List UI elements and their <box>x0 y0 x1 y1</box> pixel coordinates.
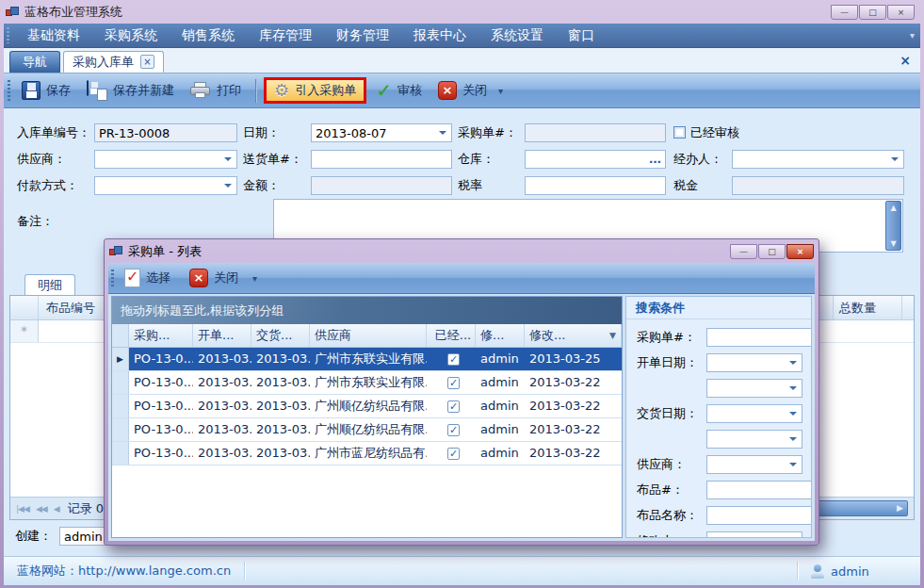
date-combobox[interactable] <box>311 123 452 142</box>
col-po-no[interactable]: 采购... <box>129 324 193 347</box>
remark-scrollbar[interactable]: ▲ ▼ <box>885 201 901 251</box>
nav-prev-icon[interactable]: ◀ <box>54 504 59 514</box>
dialog-close-label: 关闭 <box>214 270 238 286</box>
menu-settings[interactable]: 系统设置 <box>478 24 556 47</box>
row-checkbox[interactable]: ✓ <box>447 448 460 460</box>
toolbar-overflow-icon[interactable]: ▾ <box>498 86 503 96</box>
row-checkbox[interactable]: ✓ <box>447 424 460 436</box>
dialog-close-button[interactable]: × <box>786 244 814 259</box>
print-label: 打印 <box>217 82 241 99</box>
search-deliver-date-to[interactable] <box>706 430 802 449</box>
search-po-field[interactable] <box>706 328 812 347</box>
audit-button[interactable]: ✓ 审核 <box>369 79 429 102</box>
close-form-button[interactable]: × 关闭 <box>431 78 494 103</box>
row-checkbox[interactable]: ✓ <box>447 400 460 413</box>
save-button[interactable]: 保存 <box>15 78 77 103</box>
col-modified-date[interactable]: 修改... ▼ <box>525 324 622 347</box>
close-button[interactable]: × <box>887 5 915 20</box>
handler-field[interactable] <box>732 150 904 169</box>
close-x-icon: × <box>438 81 457 100</box>
dialog-toolbar-overflow-icon[interactable]: ▾ <box>252 273 257 284</box>
delivery-no-label: 送货单#： <box>243 151 302 168</box>
payment-combobox[interactable] <box>94 176 237 195</box>
date-field[interactable] <box>311 123 452 142</box>
toolbar-separator <box>255 79 256 103</box>
col-audited[interactable]: 已经... <box>427 324 476 347</box>
search-deliver-date-from[interactable] <box>706 404 802 423</box>
nav-first-icon[interactable]: |◀◀ <box>16 504 29 514</box>
tab-navigation[interactable]: 导航 <box>9 51 60 73</box>
dialog-minimize-button[interactable]: — <box>730 244 757 259</box>
browse-ellipsis-icon[interactable]: … <box>649 152 662 166</box>
row-checkbox[interactable]: ✓ <box>447 377 460 389</box>
column-total-qty[interactable]: 总数量 <box>833 296 902 319</box>
tax-amount-label: 税金 <box>673 177 698 194</box>
handler-combobox[interactable] <box>732 150 904 169</box>
scroll-up-icon[interactable]: ▲ <box>886 204 900 212</box>
payment-field[interactable] <box>94 176 237 195</box>
supplier-combobox[interactable] <box>94 150 237 169</box>
print-button[interactable]: 打印 <box>184 79 248 102</box>
nav-prev-page-icon[interactable]: ◀◀ <box>36 504 47 514</box>
search-supplier-combobox[interactable] <box>706 455 802 474</box>
menu-window[interactable]: 窗口 <box>556 24 607 47</box>
search-open-date-label: 开单日期： <box>637 354 706 371</box>
import-purchase-order-button[interactable]: ⚙ 引入采购单 <box>264 77 366 104</box>
maximize-button[interactable]: □ <box>859 5 886 20</box>
search-panel: 搜索条件 采购单#： 开单日期： 交货日期： 供应商： 布品#： 布品名称： 修… <box>625 296 812 538</box>
row-checkbox[interactable]: ✓ <box>447 353 460 366</box>
col-open-date[interactable]: 开单... <box>193 324 251 347</box>
table-row[interactable]: PO-13-0... 2013-03... 2013-03... 广州顺亿纺织品… <box>112 395 622 418</box>
search-fabric-name-field[interactable] <box>706 506 812 525</box>
menu-purchase[interactable]: 采购系统 <box>92 24 170 47</box>
dialog-maximize-button[interactable]: □ <box>758 244 786 259</box>
window-titlebar: 蓝格布业管理系统 — □ × <box>0 0 924 24</box>
table-row[interactable]: PO-13-0... 2013-03... 2013-03... 广州顺亿纺织品… <box>112 418 622 442</box>
audited-checkbox[interactable] <box>673 126 686 139</box>
gear-icon: ⚙ <box>274 82 289 99</box>
search-fabric-no-field[interactable] <box>706 481 812 499</box>
table-row[interactable]: PO-13-0... 2013-03... 2013-03... 广州市东联实业… <box>112 371 622 395</box>
menu-inventory[interactable]: 库存管理 <box>247 24 324 47</box>
group-by-panel[interactable]: 拖动列标题至此,根据该列分组 <box>112 297 622 324</box>
search-open-date-from[interactable] <box>706 353 802 372</box>
delivery-no-field[interactable] <box>311 150 452 169</box>
minimize-button[interactable]: — <box>831 5 858 20</box>
audit-label: 审核 <box>397 82 422 99</box>
select-button[interactable]: ✓ 选择 <box>118 266 177 290</box>
tab-purchase-receipt[interactable]: 采购入库单 × <box>63 51 164 73</box>
menu-finance[interactable]: 财务管理 <box>324 24 401 47</box>
dialog-titlebar: 采购单 - 列表 — □ × <box>105 239 819 263</box>
menu-basic-data[interactable]: 基础资料 <box>15 24 92 47</box>
close-document-icon[interactable]: × <box>900 53 911 68</box>
tab-detail[interactable]: 明细 <box>24 274 75 296</box>
tax-rate-field[interactable] <box>525 176 666 195</box>
col-deliver-date[interactable]: 交货... <box>251 324 310 347</box>
table-row[interactable]: PO-13-0... 2013-03... 2013-03... 广州市蓝尼纺织… <box>112 442 622 466</box>
po-no-field[interactable] <box>525 123 666 142</box>
supplier-field[interactable] <box>94 150 237 169</box>
close-label: 关闭 <box>462 82 487 99</box>
user-name: admin <box>831 564 869 579</box>
warehouse-field[interactable] <box>525 150 666 169</box>
col-modifier[interactable]: 修... <box>476 324 525 347</box>
scroll-down-icon[interactable]: ▼ <box>886 239 900 248</box>
menu-overflow-icon[interactable]: ▾ <box>910 30 915 41</box>
amount-field[interactable] <box>311 176 452 195</box>
col-supplier[interactable]: 供应商 <box>310 324 427 347</box>
tax-amount-field[interactable] <box>732 176 904 195</box>
menu-sales[interactable]: 销售系统 <box>170 24 247 47</box>
tab-close-icon[interactable]: × <box>140 55 154 69</box>
website-link[interactable]: 蓝格网站：http://www.lange.com.cn <box>4 563 244 580</box>
menu-reports[interactable]: 报表中心 <box>401 24 478 47</box>
creator-label: 创建： <box>15 528 52 545</box>
warehouse-picker[interactable]: … <box>525 150 666 169</box>
receipt-no-field[interactable] <box>94 123 237 142</box>
select-label: 选择 <box>146 270 170 286</box>
table-row[interactable]: ▶ PO-13-0... 2013-03... 2013-03... 广州市东联… <box>112 348 622 371</box>
dialog-close-toolbar-button[interactable]: × 关闭 <box>183 266 245 290</box>
search-open-date-to[interactable] <box>706 379 802 398</box>
save-and-new-button[interactable]: 保存并新建 <box>80 78 181 104</box>
search-modifier-combobox[interactable] <box>706 531 802 539</box>
scroll-right-icon[interactable]: ▶ <box>897 503 903 513</box>
